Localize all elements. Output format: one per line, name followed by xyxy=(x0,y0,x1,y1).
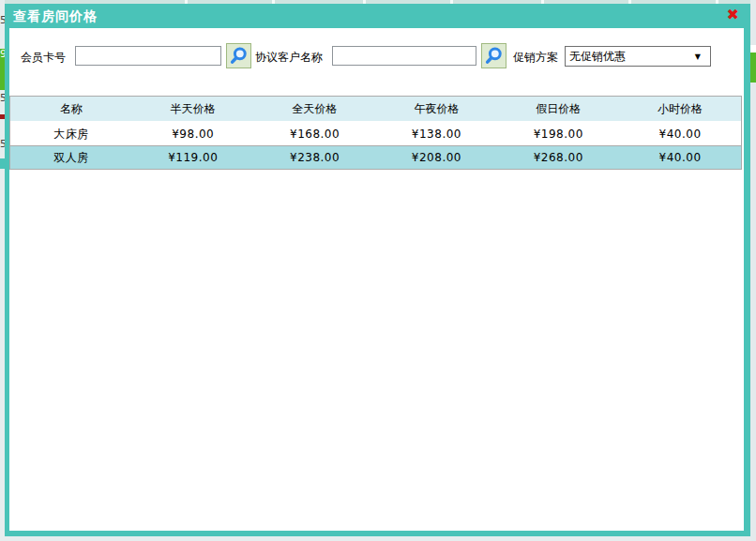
member-card-search-button[interactable] xyxy=(226,43,251,68)
dialog-title: 查看房间价格 xyxy=(13,8,98,25)
column-header[interactable]: 全天价格 xyxy=(254,97,376,121)
promotion-selected-value: 无促销优惠 xyxy=(569,49,695,65)
table-cell: ¥198.00 xyxy=(497,123,619,145)
column-header[interactable]: 小时价格 xyxy=(619,97,741,121)
table-row[interactable]: 大床房¥98.00¥168.00¥138.00¥198.00¥40.00 xyxy=(10,123,741,145)
search-icon xyxy=(229,46,249,66)
chevron-down-icon: ▼ xyxy=(695,53,701,61)
price-table-body: 大床房¥98.00¥168.00¥138.00¥198.00¥40.00双人房¥… xyxy=(10,123,741,169)
dialog-body: 会员卡号 协议客户名称 xyxy=(9,28,744,531)
table-cell: ¥119.00 xyxy=(132,146,254,169)
background-green-tile xyxy=(750,53,756,83)
column-header[interactable]: 假日价格 xyxy=(497,97,619,121)
column-header[interactable]: 午夜价格 xyxy=(375,97,497,121)
price-table: 名称半天价格全天价格午夜价格假日价格小时价格 大床房¥98.00¥168.00¥… xyxy=(9,96,742,170)
table-cell: ¥138.00 xyxy=(375,123,497,145)
contract-customer-label: 协议客户名称 xyxy=(255,50,323,66)
table-cell: 双人房 xyxy=(10,146,132,169)
promotion-label: 促销方案 xyxy=(513,50,558,66)
table-cell: ¥238.00 xyxy=(254,146,376,169)
table-row[interactable]: 双人房¥119.00¥238.00¥208.00¥268.00¥40.00 xyxy=(10,145,741,169)
table-cell: ¥168.00 xyxy=(254,123,376,145)
background-app-right-sliver xyxy=(750,0,756,541)
promotion-select[interactable]: 无促销优惠 ▼ xyxy=(565,46,711,67)
column-header[interactable]: 名称 xyxy=(10,97,132,121)
contract-customer-search-button[interactable] xyxy=(481,43,507,68)
table-cell: ¥268.00 xyxy=(497,146,619,169)
close-icon[interactable]: ✖ xyxy=(727,7,739,23)
background-white-strip xyxy=(750,45,756,53)
table-cell: 大床房 xyxy=(10,123,132,145)
table-cell: ¥98.00 xyxy=(132,123,254,145)
member-card-label: 会员卡号 xyxy=(21,50,66,66)
column-header[interactable]: 半天价格 xyxy=(132,97,254,121)
screen: 5955 查看房间价格 ✖ 会员卡号 协议客户名称 xyxy=(0,0,756,541)
price-table-header: 名称半天价格全天价格午夜价格假日价格小时价格 xyxy=(10,97,741,123)
search-icon xyxy=(484,46,504,66)
table-cell: ¥40.00 xyxy=(619,146,741,169)
room-price-dialog: 查看房间价格 ✖ 会员卡号 协议客户名称 xyxy=(5,4,750,536)
dialog-titlebar[interactable]: 查看房间价格 ✖ xyxy=(5,4,750,28)
table-cell: ¥208.00 xyxy=(375,146,497,169)
table-cell: ¥40.00 xyxy=(619,123,741,145)
contract-customer-input[interactable] xyxy=(332,46,476,66)
member-card-input[interactable] xyxy=(75,46,221,66)
